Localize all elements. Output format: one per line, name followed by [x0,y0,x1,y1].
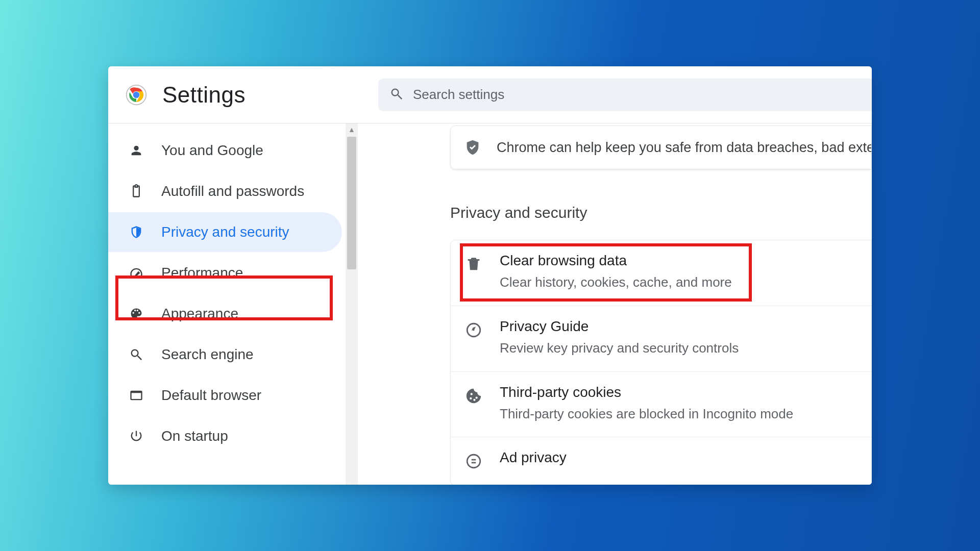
shield-icon [129,224,144,240]
compass-icon [465,321,482,339]
sidebar-item-label: You and Google [161,142,263,159]
main-content: Chrome can help keep you safe from data … [358,123,872,485]
sidebar-item-performance[interactable]: Performance [108,253,342,293]
card-subtitle: Third-party cookies are blocked in Incog… [500,406,793,423]
cookie-icon [465,387,482,405]
ad-icon [465,453,482,470]
clipboard-icon [129,184,144,199]
sidebar-item-autofill-passwords[interactable]: Autofill and passwords [108,171,342,211]
search-settings-bar[interactable] [378,79,872,111]
sidebar-item-label: Search engine [161,346,254,363]
safety-banner[interactable]: Chrome can help keep you safe from data … [450,126,872,169]
settings-window: Settings You and Google [108,66,872,485]
card-clear-browsing-data[interactable]: Clear browsing data Clear history, cooki… [451,240,871,306]
browser-window-icon [129,388,144,403]
card-text: Third-party cookies Third-party cookies … [500,384,793,423]
sidebar-item-appearance[interactable]: Appearance [108,294,342,334]
section-title-privacy: Privacy and security [450,204,587,221]
card-text: Privacy Guide Review key privacy and sec… [500,318,739,357]
search-settings-input[interactable] [413,87,872,103]
window-header: Settings [108,66,872,123]
sidebar-item-on-startup[interactable]: On startup [108,416,342,456]
sidebar-item-label: Autofill and passwords [161,183,304,199]
card-title: Privacy Guide [500,318,739,335]
power-icon [129,429,144,444]
sidebar-item-you-and-google[interactable]: You and Google [108,131,342,170]
card-ad-privacy[interactable]: Ad privacy [451,437,871,485]
shield-check-icon [464,139,481,156]
scrollbar-thumb[interactable] [347,137,356,269]
person-icon [129,143,144,158]
sidebar-item-label: Appearance [161,306,238,322]
search-icon [129,347,144,362]
sidebar-item-label: Privacy and security [161,224,289,240]
palette-icon [129,306,144,321]
card-privacy-guide[interactable]: Privacy Guide Review key privacy and sec… [451,306,871,371]
sidebar-item-privacy-security[interactable]: Privacy and security [108,212,342,252]
search-icon [389,87,404,103]
trash-icon [465,256,482,273]
window-body: You and Google Autofill and passwords Pr… [108,123,872,485]
privacy-cards-list: Clear browsing data Clear history, cooki… [450,240,872,485]
card-subtitle: Review key privacy and security controls [500,340,739,357]
card-title: Ad privacy [500,449,567,466]
chrome-logo-icon [126,84,147,106]
card-third-party-cookies[interactable]: Third-party cookies Third-party cookies … [451,371,871,437]
card-title: Third-party cookies [500,384,793,400]
sidebar-container: You and Google Autofill and passwords Pr… [108,123,358,485]
safety-banner-text: Chrome can help keep you safe from data … [497,140,872,156]
sidebar-item-label: Default browser [161,387,261,404]
sidebar-item-default-browser[interactable]: Default browser [108,375,342,415]
sidebar-scrollbar[interactable]: ▲ [346,123,358,485]
card-title: Clear browsing data [500,253,732,269]
sidebar-item-label: On startup [161,428,228,444]
settings-sidebar: You and Google Autofill and passwords Pr… [108,123,346,485]
card-text: Ad privacy [500,449,567,471]
card-subtitle: Clear history, cookies, cache, and more [500,274,732,291]
sidebar-item-search-engine[interactable]: Search engine [108,335,342,374]
page-title: Settings [162,82,246,108]
card-text: Clear browsing data Clear history, cooki… [500,253,732,291]
sidebar-item-label: Performance [161,265,243,281]
scroll-up-arrow-icon[interactable]: ▲ [346,123,358,136]
speedometer-icon [129,265,144,281]
